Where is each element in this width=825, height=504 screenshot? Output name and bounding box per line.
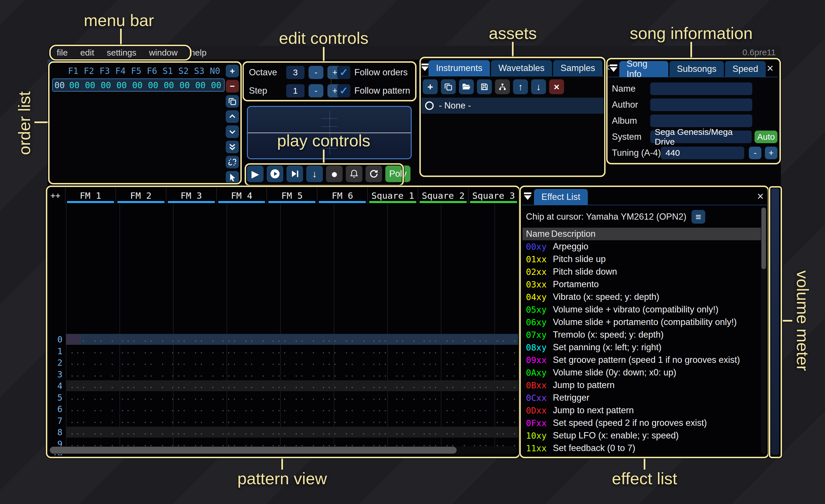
pattern-body[interactable]: 0... .. .. ....... .. .. ....... .. .. .… — [48, 203, 519, 455]
order-move-bottom-button[interactable] — [226, 141, 239, 153]
pattern-cell[interactable]: ... .. .. .... — [317, 392, 368, 403]
tab-song-info[interactable]: Song Info — [619, 61, 669, 77]
effect-scroll-thumb[interactable] — [761, 207, 766, 269]
pattern-cell[interactable]: ... .. .. .... — [267, 392, 317, 403]
asset-save-button[interactable] — [477, 79, 492, 94]
pattern-cell[interactable]: ... .. .. .... — [116, 415, 167, 426]
pattern-cell[interactable]: ... .. .. .... — [66, 427, 116, 437]
pattern-cell[interactable]: ... .. .. .... — [116, 404, 167, 414]
channel-header-fm-2[interactable]: FM 2 — [116, 187, 166, 203]
octave-minus-button[interactable]: - — [308, 66, 323, 79]
collapse-icon[interactable] — [421, 64, 429, 71]
order-cell[interactable]: 00 — [98, 80, 114, 90]
pattern-cell[interactable]: ... .. .. .... — [368, 334, 418, 345]
system-auto-button[interactable]: Auto — [755, 131, 777, 143]
order-move-down-button[interactable] — [226, 125, 239, 138]
pattern-cell[interactable]: ... .. .. .... — [66, 380, 116, 391]
pattern-cell[interactable]: ... .. .. .... — [468, 392, 519, 403]
pattern-cell[interactable]: ... .. .. .... — [166, 427, 217, 437]
pattern-cell[interactable]: ... .. .. .... — [166, 415, 217, 426]
pattern-cell[interactable]: ... .. .. .... — [217, 392, 267, 403]
effect-row-09xx[interactable]: 09xxSet groove pattern (speed 1 if no gr… — [521, 354, 768, 366]
effect-row-12xx[interactable]: 12xxSet level of operator 1 (0 highest, … — [521, 454, 768, 455]
order-cell[interactable]: 00 — [82, 80, 98, 90]
record-button[interactable]: ● — [326, 166, 343, 182]
pattern-cell[interactable]: ... .. .. .... — [217, 334, 267, 345]
pattern-row-6[interactable]: 6... .. .. ....... .. .. ....... .. .. .… — [48, 404, 519, 415]
pattern-expand-button[interactable]: ++ — [48, 187, 65, 203]
pattern-row-2[interactable]: 2... .. .. ....... .. .. ....... .. .. .… — [48, 357, 519, 368]
pattern-row-1[interactable]: 1... .. .. ....... .. .. ....... .. .. .… — [48, 346, 519, 357]
pattern-cell[interactable]: ... .. .. .... — [116, 357, 167, 368]
pattern-cell[interactable]: ... .. .. .... — [116, 369, 167, 380]
order-cell[interactable]: 00 — [114, 80, 130, 90]
pattern-cell[interactable]: ... .. .. .... — [418, 357, 468, 368]
pattern-cell[interactable]: ... .. .. .... — [66, 357, 116, 368]
pattern-cell[interactable]: ... .. .. .... — [317, 357, 368, 368]
order-cell[interactable]: 00 — [66, 80, 82, 90]
album-input[interactable] — [650, 114, 752, 127]
tuning-plus-button[interactable]: + — [765, 147, 777, 159]
move-cursor-down-button[interactable]: ↓ — [306, 166, 323, 182]
tab-instruments[interactable]: Instruments — [429, 60, 490, 76]
channel-header-fm-5[interactable]: FM 5 — [267, 187, 317, 203]
effect-row-07xy[interactable]: 07xyTremolo (x: speed; y: depth) — [521, 328, 768, 341]
channel-header-fm-6[interactable]: FM 6 — [317, 187, 367, 203]
pattern-cell[interactable]: ... .. .. .... — [468, 369, 519, 380]
asset-open-button[interactable] — [459, 79, 474, 94]
collapse-icon[interactable] — [521, 192, 534, 200]
order-cell[interactable]: 00 — [145, 80, 161, 90]
order-add-button[interactable]: + — [226, 65, 239, 77]
pattern-cell[interactable]: ... .. .. .... — [166, 392, 217, 403]
pattern-row-3[interactable]: 3... .. .. ....... .. .. ....... .. .. .… — [48, 369, 519, 380]
order-cell[interactable]: 00 — [161, 80, 177, 90]
step-input[interactable]: 1 — [286, 84, 304, 97]
tab-wavetables[interactable]: Wavetables — [491, 60, 552, 76]
channel-header-fm-3[interactable]: FM 3 — [166, 187, 216, 203]
pattern-cell[interactable]: ... .. .. .... — [418, 380, 468, 391]
pattern-cell[interactable]: ... .. .. .... — [317, 415, 368, 426]
pattern-cell[interactable]: ... .. .. .... — [418, 404, 468, 414]
pattern-cell[interactable]: ... .. .. .... — [368, 392, 418, 403]
pattern-hscroll-thumb[interactable] — [50, 447, 457, 453]
order-cell[interactable]: 00 — [208, 80, 224, 90]
pattern-cell[interactable]: ... .. .. .... — [217, 427, 267, 437]
pattern-cell[interactable]: ... .. .. .... — [66, 415, 116, 426]
effect-row-08xy[interactable]: 08xySet panning (x: left; y: right) — [521, 341, 768, 354]
effect-row-01xx[interactable]: 01xxPitch slide up — [521, 253, 768, 265]
pattern-cell[interactable]: ... .. .. .... — [166, 369, 217, 380]
pattern-cell[interactable]: ... .. .. .... — [116, 427, 167, 437]
pattern-cell[interactable]: ... .. .. .... — [267, 404, 317, 414]
order-cell[interactable]: 00 — [177, 80, 193, 90]
pattern-hscrollbar[interactable] — [49, 446, 517, 454]
asset-organize-button[interactable] — [495, 79, 510, 94]
order-row[interactable]: 0000000000000000000000 — [52, 78, 225, 92]
pattern-cell[interactable]: ... .. .. .... — [217, 346, 267, 356]
effect-row-11xx[interactable]: 11xxSet feedback (0 to 7) — [521, 442, 768, 454]
pattern-cell[interactable]: ... .. .. .... — [368, 427, 418, 437]
pattern-cell[interactable]: ... .. .. .... — [468, 427, 519, 437]
pattern-cell[interactable]: ... .. .. .... — [317, 380, 368, 391]
asset-move-up-button[interactable]: ↑ — [513, 79, 528, 94]
tuning-input[interactable]: 440 — [661, 147, 744, 159]
pattern-cell[interactable]: ... .. .. .... — [418, 392, 468, 403]
tuning-minus-button[interactable]: - — [749, 147, 761, 159]
channel-header-fm-1[interactable]: FM 1 — [65, 187, 116, 203]
pattern-cell[interactable]: ... .. .. .... — [418, 369, 468, 380]
pattern-cell[interactable]: ... .. .. .... — [217, 369, 267, 380]
order-move-up-button[interactable] — [226, 110, 239, 123]
pattern-cell[interactable]: ... .. .. .... — [267, 415, 317, 426]
effect-row-03xx[interactable]: 03xxPortamento — [521, 278, 768, 291]
close-icon[interactable]: × — [757, 190, 764, 202]
pattern-cell[interactable]: ... .. .. .... — [267, 380, 317, 391]
pattern-cell[interactable]: ... .. .. .... — [368, 346, 418, 356]
pattern-cell[interactable]: ... .. .. .... — [418, 334, 468, 345]
pattern-row-8[interactable]: 8... .. .. ....... .. .. ....... .. .. .… — [48, 427, 519, 438]
pattern-cell[interactable]: ... .. .. .... — [66, 392, 116, 403]
instrument-list-item-none[interactable]: - None - — [421, 98, 604, 114]
effect-row-0Axy[interactable]: 0AxyVolume slide (0y: down; x0: up) — [521, 366, 768, 379]
play-button[interactable]: ▶ — [247, 166, 264, 182]
step-minus-button[interactable]: - — [308, 84, 323, 97]
pattern-cell[interactable]: ... .. .. .... — [468, 334, 519, 345]
pattern-cell[interactable]: ... .. .. .... — [217, 415, 267, 426]
